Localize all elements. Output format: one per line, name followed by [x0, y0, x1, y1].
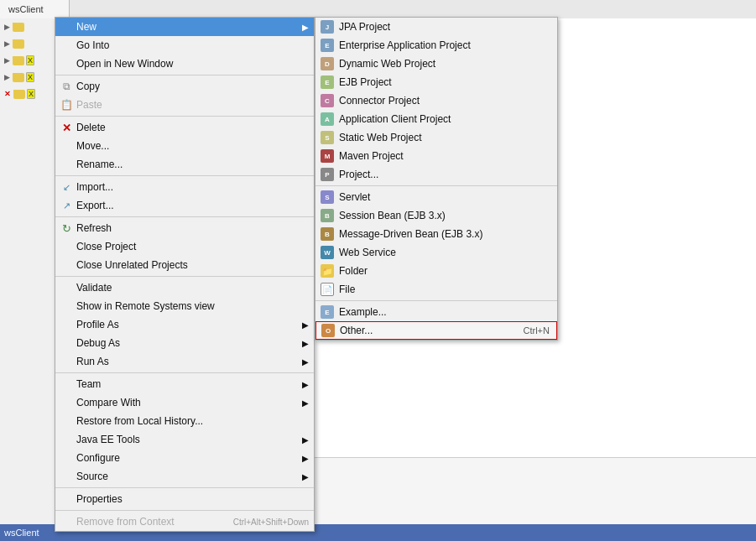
- submenu-item-project-label: Project...: [339, 169, 378, 180]
- submenu-item-project[interactable]: P Project...: [315, 165, 557, 184]
- menu-item-delete[interactable]: ✕ Delete: [55, 118, 314, 137]
- submenu-separator-2: [315, 300, 557, 301]
- context-menu: ▶ New Go Into Open in New Window ⧉ Copy …: [55, 17, 315, 532]
- submenu-item-connector-project[interactable]: C Connector Project: [315, 91, 557, 110]
- menu-item-properties[interactable]: Properties: [55, 490, 314, 508]
- submenu-item-dynamic-web[interactable]: D Dynamic Web Project: [315, 55, 557, 73]
- menu-item-restore-local-label: Restore from Local History...: [76, 415, 203, 427]
- submenu-arrow-new: ▶: [302, 23, 309, 32]
- submenu-item-file[interactable]: 📄 File: [315, 280, 557, 299]
- message-driven-icon: B: [320, 226, 335, 242]
- menu-item-open-new-window[interactable]: Open in New Window: [55, 55, 314, 73]
- separator-8: [55, 510, 314, 511]
- menu-item-debug-as[interactable]: ▶ Debug As: [55, 334, 314, 352]
- menu-item-team-label: Team: [76, 378, 101, 390]
- menu-item-new[interactable]: ▶ New: [55, 18, 314, 36]
- side-item-3[interactable]: ▶ X: [0, 52, 58, 69]
- menu-item-paste[interactable]: 📋 Paste: [55, 96, 314, 114]
- menu-item-java-ee-tools[interactable]: ▶ Java EE Tools: [55, 430, 314, 449]
- menu-item-close-project[interactable]: Close Project: [55, 237, 314, 256]
- submenu-item-app-client-label: Application Client Project: [339, 113, 451, 125]
- menu-item-debug-as-label: Debug As: [76, 337, 120, 349]
- menu-item-go-into[interactable]: Go Into: [55, 36, 314, 55]
- menu-item-delete-label: Delete: [76, 122, 106, 133]
- menu-item-configure[interactable]: ▶ Configure: [55, 449, 314, 467]
- submenu-arrow-configure: ▶: [302, 454, 309, 463]
- web-service-icon: W: [320, 245, 335, 260]
- submenu-arrow-compare: ▶: [302, 398, 309, 408]
- menu-item-rename[interactable]: Rename...: [55, 155, 314, 174]
- menu-item-compare-with[interactable]: ▶ Compare With: [55, 393, 314, 412]
- submenu-item-web-service-label: Web Service: [339, 247, 396, 258]
- submenu-item-maven-project[interactable]: M Maven Project: [315, 147, 557, 165]
- menu-item-export-label: Export...: [76, 200, 114, 211]
- submenu-arrow-team: ▶: [302, 380, 309, 389]
- submenu-item-maven-project-label: Maven Project: [339, 150, 404, 162]
- menu-item-validate[interactable]: Validate: [55, 278, 314, 297]
- example-icon: E: [320, 304, 335, 320]
- submenu-item-web-service[interactable]: W Web Service: [315, 243, 557, 262]
- submenu-item-connector-project-label: Connector Project: [339, 95, 420, 107]
- separator-1: [55, 75, 314, 75]
- submenu-item-app-client[interactable]: A Application Client Project: [315, 110, 557, 128]
- submenu-item-servlet[interactable]: S Servlet: [315, 188, 557, 206]
- submenu-item-session-bean[interactable]: B Session Bean (EJB 3.x): [315, 206, 557, 225]
- submenu-item-jpa-project[interactable]: J JPA Project: [315, 18, 557, 36]
- menu-item-copy[interactable]: ⧉ Copy: [55, 77, 314, 96]
- submenu-item-servlet-label: Servlet: [339, 191, 370, 203]
- menu-item-open-new-window-label: Open in New Window: [76, 58, 173, 70]
- submenu-item-ejb-project[interactable]: E EJB Project: [315, 73, 557, 91]
- separator-3: [55, 175, 314, 176]
- project-icon: P: [320, 167, 335, 182]
- connector-project-icon: C: [320, 93, 335, 108]
- menu-item-team[interactable]: ▶ Team: [55, 375, 314, 393]
- dynamic-web-icon: D: [320, 56, 335, 71]
- menu-item-export[interactable]: ↗ Export...: [55, 196, 314, 215]
- session-bean-icon: B: [320, 208, 335, 223]
- submenu-item-folder-label: Folder: [339, 265, 368, 277]
- submenu-item-example[interactable]: E Example...: [315, 303, 557, 321]
- folder-icon: 📁: [320, 263, 335, 278]
- other-shortcut: Ctrl+N: [524, 325, 550, 336]
- menu-item-import-label: Import...: [76, 181, 113, 193]
- tab-wsclient[interactable]: wsClient: [0, 0, 70, 18]
- menu-item-import[interactable]: ↙ Import...: [55, 178, 314, 196]
- enterprise-app-icon: E: [320, 38, 335, 53]
- static-web-icon: S: [320, 130, 335, 145]
- paste-icon: 📋: [60, 98, 73, 112]
- remove-context-shortcut: Ctrl+Alt+Shift+Down: [233, 518, 309, 527]
- submenu-arrow-run: ▶: [302, 357, 309, 367]
- submenu-item-message-driven[interactable]: B Message-Driven Bean (EJB 3.x): [315, 225, 557, 243]
- menu-item-restore-local[interactable]: Restore from Local History...: [55, 412, 314, 430]
- side-item-2[interactable]: ▶: [0, 35, 58, 52]
- menu-item-move[interactable]: Move...: [55, 137, 314, 155]
- submenu-separator-1: [315, 185, 557, 186]
- submenu-item-enterprise-app-label: Enterprise Application Project: [339, 39, 471, 51]
- menu-item-copy-label: Copy: [76, 81, 100, 92]
- menu-item-refresh[interactable]: ↻ Refresh: [55, 219, 314, 237]
- side-item-5[interactable]: ✕ X: [0, 86, 58, 102]
- file-icon: 📄: [320, 282, 335, 297]
- submenu-item-folder[interactable]: 📁 Folder: [315, 262, 557, 280]
- menu-item-run-as-label: Run As: [76, 356, 109, 367]
- submenu-item-enterprise-app[interactable]: E Enterprise Application Project: [315, 36, 557, 55]
- side-item-1[interactable]: ▶: [0, 18, 58, 35]
- submenu-item-static-web[interactable]: S Static Web Project: [315, 128, 557, 147]
- refresh-icon: ↻: [60, 221, 73, 235]
- submenu-item-ejb-project-label: EJB Project: [339, 76, 392, 88]
- submenu-item-other[interactable]: O Other... Ctrl+N: [315, 321, 557, 340]
- menu-item-remove-context[interactable]: Remove from Context Ctrl+Alt+Shift+Down: [55, 512, 314, 531]
- export-icon: ↗: [60, 199, 73, 212]
- side-item-4[interactable]: ▶ X: [0, 69, 58, 86]
- menu-item-source[interactable]: ▶ Source: [55, 467, 314, 486]
- menu-item-profile-as[interactable]: ▶ Profile As: [55, 315, 314, 334]
- menu-item-properties-label: Properties: [76, 493, 123, 505]
- separator-2: [55, 116, 314, 117]
- submenu-arrow-profile: ▶: [302, 320, 309, 330]
- menu-item-show-remote[interactable]: Show in Remote Systems view: [55, 297, 314, 315]
- maven-project-icon: M: [320, 148, 335, 164]
- submenu-arrow-debug: ▶: [302, 339, 309, 348]
- separator-4: [55, 216, 314, 217]
- menu-item-run-as[interactable]: ▶ Run As: [55, 352, 314, 371]
- menu-item-close-unrelated[interactable]: Close Unrelated Projects: [55, 256, 314, 274]
